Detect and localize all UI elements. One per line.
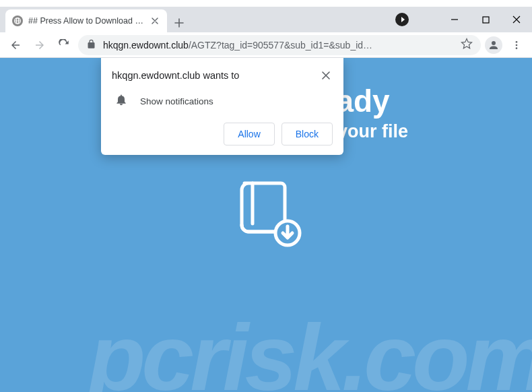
profile-avatar[interactable]	[485, 36, 502, 54]
page-content: Your file is ready Click Allow to downlo…	[0, 58, 532, 392]
browser-toolbar: hkqgn.ewdownt.club/AGTZ?tag_id=905577&su…	[0, 32, 532, 58]
window-maximize-button[interactable]	[470, 9, 501, 30]
window-close-button[interactable]	[501, 9, 532, 30]
allow-button[interactable]: Allow	[224, 123, 274, 145]
svg-point-1	[516, 41, 518, 43]
kebab-menu-icon[interactable]	[506, 35, 527, 55]
media-indicator[interactable]	[392, 9, 412, 30]
prompt-origin-text: hkqgn.ewdownt.club wants to	[112, 70, 239, 81]
address-bar[interactable]: hkqgn.ewdownt.club/AGTZ?tag_id=905577&su…	[78, 35, 481, 55]
lock-icon	[86, 39, 96, 51]
url-text: hkqgn.ewdownt.club/AGTZ?tag_id=905577&su…	[103, 40, 454, 51]
window-titlebar	[0, 0, 532, 7]
globe-icon	[12, 15, 23, 26]
svg-point-3	[516, 47, 518, 49]
prompt-close-button[interactable]	[319, 69, 333, 82]
url-host: hkqgn.ewdownt.club	[103, 40, 189, 51]
tab-strip: ## Press Allow to Download ##	[0, 7, 532, 32]
tab-title: ## Press Allow to Download ##	[28, 16, 144, 26]
svg-point-2	[516, 44, 518, 46]
new-tab-button[interactable]	[170, 13, 189, 32]
notification-permission-prompt: hkqgn.ewdownt.club wants to Show notific…	[101, 58, 343, 155]
watermark-text: pcrisk.com	[0, 303, 532, 392]
window-controls	[392, 7, 532, 32]
svg-rect-0	[483, 17, 489, 23]
prompt-permission-label: Show notifications	[140, 96, 213, 106]
window-minimize-button[interactable]	[439, 9, 470, 30]
bell-icon	[114, 93, 128, 109]
tab-close-button[interactable]	[149, 15, 160, 26]
reload-button[interactable]	[54, 35, 74, 55]
back-button[interactable]	[5, 35, 26, 55]
bookmark-star-icon[interactable]	[461, 38, 473, 52]
url-path: /AGTZ?tag_id=905577&sub_id1=&sub_id…	[189, 40, 372, 51]
browser-tab[interactable]: ## Press Allow to Download ##	[5, 9, 167, 32]
book-download-icon	[226, 171, 306, 255]
block-button[interactable]: Block	[281, 123, 333, 145]
forward-button[interactable]	[30, 35, 50, 55]
